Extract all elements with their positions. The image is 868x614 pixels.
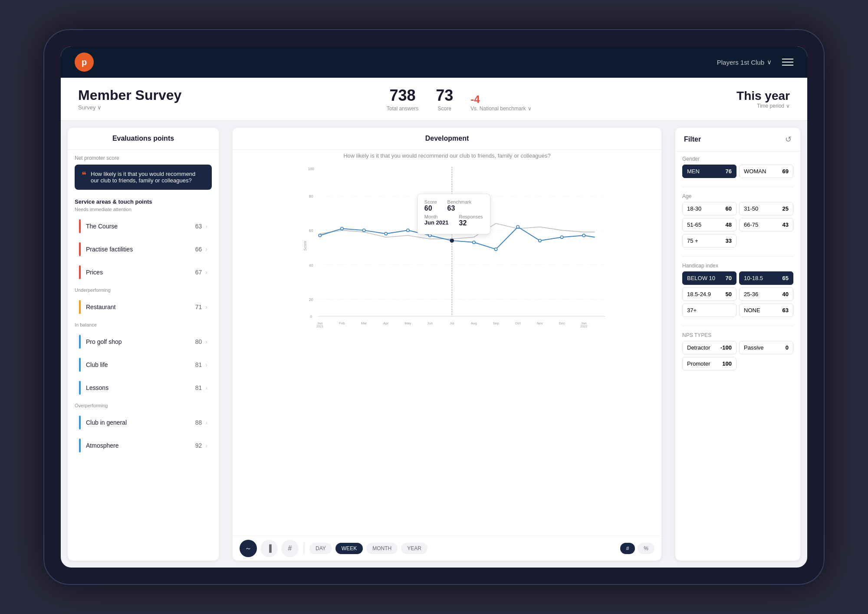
tooltip-score-val: 60 xyxy=(424,205,437,212)
survey-dropdown[interactable]: Survey ∨ xyxy=(78,104,181,111)
hash-button[interactable]: # xyxy=(620,543,635,554)
item-score: 67 xyxy=(195,269,202,276)
item-score: 81 xyxy=(195,361,202,368)
filter-below-10[interactable]: BELOW 10 70 xyxy=(682,271,736,285)
item-score: 92 xyxy=(195,442,202,449)
svg-text:60: 60 xyxy=(309,228,313,233)
filter-none[interactable]: NONE 63 xyxy=(739,304,793,317)
item-name: Club life xyxy=(86,361,195,368)
list-item[interactable]: Club in general 88 › xyxy=(75,412,212,433)
svg-text:Dec: Dec xyxy=(559,321,565,325)
svg-text:2022: 2022 xyxy=(580,325,587,328)
benchmark-value: -4 xyxy=(470,93,531,106)
svg-point-22 xyxy=(516,225,519,228)
hamburger-menu[interactable] xyxy=(782,59,793,66)
chart-panel: Development How likely is it that you wo… xyxy=(233,128,661,561)
nps-question-text: How likely is it that you would recommen… xyxy=(91,171,205,184)
svg-text:100: 100 xyxy=(308,167,314,171)
nps-types-section: NPS TYPES Detractor -100 Passive 0 xyxy=(675,328,800,377)
filter-25-36[interactable]: 25-36 40 xyxy=(739,287,793,301)
line-chart-button[interactable]: ～ xyxy=(240,540,257,557)
percent-button[interactable]: % xyxy=(638,543,654,554)
filter-37plus[interactable]: 37+ xyxy=(682,304,736,317)
filter-age-75plus[interactable]: 75 + 33 xyxy=(682,234,736,248)
svg-point-23 xyxy=(539,239,541,242)
nps-grid: Detractor -100 Passive 0 Promoter 100 xyxy=(682,341,793,370)
list-item[interactable]: Prices 67 › xyxy=(75,261,212,283)
filter-promoter[interactable]: Promoter 100 xyxy=(682,357,736,370)
tooltip-responses-label: Responses xyxy=(459,214,483,219)
filter-panel: Filter ↺ Gender MEN 76 WOMAN xyxy=(675,128,800,561)
left-panel-header: Evaluations points xyxy=(68,128,219,150)
filter-passive[interactable]: Passive 0 xyxy=(739,341,793,354)
reset-filter-button[interactable]: ↺ xyxy=(785,135,792,144)
app-header: p Players 1st Club ∨ xyxy=(61,46,807,78)
age-grid: 18-30 60 31-50 25 51-65 48 xyxy=(682,202,793,248)
chart-title: Development xyxy=(233,128,661,150)
benchmark-label[interactable]: Vs. National benchmark ∨ xyxy=(470,106,531,112)
nps-question-card[interactable]: ❝ How likely is it that you would recomm… xyxy=(75,165,212,190)
list-item[interactable]: Restaurant 71 › xyxy=(75,296,212,318)
year-button[interactable]: YEAR xyxy=(401,543,427,554)
filter-age-66-75[interactable]: 66-75 43 xyxy=(739,218,793,231)
left-panel: Evaluations points Net promoter score ❝ … xyxy=(68,128,219,561)
list-item[interactable]: The Course 63 › xyxy=(75,215,212,237)
svg-text:Jun: Jun xyxy=(427,321,433,325)
filter-age-51-65[interactable]: 51-65 48 xyxy=(682,218,736,231)
total-answers-block: 738 Total answers xyxy=(387,86,418,112)
item-name: Pro golf shop xyxy=(86,338,195,345)
handicap-section: Handicap index BELOW 10 70 10-18.5 65 xyxy=(675,258,800,324)
chevron-icon: › xyxy=(205,223,207,230)
list-item[interactable]: Practise factilities 66 › xyxy=(75,238,212,260)
item-score: 88 xyxy=(195,419,202,426)
item-score: 71 xyxy=(195,304,202,310)
gender-grid: MEN 76 WOMAN 69 xyxy=(682,165,793,178)
svg-text:Jan: Jan xyxy=(317,321,323,325)
item-score: 63 xyxy=(195,223,202,230)
handicap-label: Handicap index xyxy=(682,263,793,269)
svg-text:May: May xyxy=(404,321,411,325)
needs-attention-label: Needs immediate attention xyxy=(75,207,212,212)
tooltip-month-label: Month xyxy=(424,214,449,219)
chart-svg: 100 80 60 40 20 0 Score xyxy=(253,163,654,328)
svg-point-21 xyxy=(494,248,497,251)
list-item[interactable]: Club life 81 › xyxy=(75,354,212,376)
item-name: Lessons xyxy=(86,384,195,391)
svg-text:Aug: Aug xyxy=(471,321,477,325)
svg-text:0: 0 xyxy=(310,314,312,319)
item-name: Prices xyxy=(86,269,195,276)
filter-10-18[interactable]: 10-18.5 65 xyxy=(739,271,793,285)
list-item[interactable]: Atmosphere 92 › xyxy=(75,435,212,456)
service-title: Service areas & touch points xyxy=(75,198,212,205)
filter-age-31-50[interactable]: 31-50 25 xyxy=(739,202,793,215)
filter-woman[interactable]: WOMAN 69 xyxy=(739,165,793,178)
in-balance-label: In balance xyxy=(75,322,212,327)
logo[interactable]: p xyxy=(75,53,94,72)
svg-point-14 xyxy=(341,227,343,230)
filter-age-18-30[interactable]: 18-30 60 xyxy=(682,202,736,215)
item-name: Restaurant xyxy=(86,304,195,310)
indicator-red xyxy=(79,265,81,279)
filter-detractor[interactable]: Detractor -100 xyxy=(682,341,736,354)
list-item[interactable]: Pro golf shop 80 › xyxy=(75,331,212,353)
month-button[interactable]: MONTH xyxy=(366,543,398,554)
item-score: 66 xyxy=(195,246,202,253)
tooltip-responses-val: 32 xyxy=(459,219,483,227)
list-item[interactable]: Lessons 81 › xyxy=(75,377,212,399)
benchmark-block: -4 Vs. National benchmark ∨ xyxy=(470,93,531,112)
period-label[interactable]: Time period ∨ xyxy=(736,103,790,109)
day-button[interactable]: DAY xyxy=(309,543,332,554)
filter-men[interactable]: MEN 76 xyxy=(682,165,736,178)
chevron-icon: › xyxy=(205,304,207,310)
bar-chart-button[interactable]: ▐ xyxy=(260,540,278,557)
period-value: This year xyxy=(736,89,790,103)
filter-18-24[interactable]: 18.5-24.9 50 xyxy=(682,287,736,301)
svg-text:80: 80 xyxy=(309,194,313,198)
grid-chart-button[interactable]: # xyxy=(281,540,299,557)
score-block: 73 Score xyxy=(436,86,453,112)
gender-section: Gender MEN 76 WOMAN 69 xyxy=(675,152,800,185)
svg-text:Mar: Mar xyxy=(361,321,367,325)
week-button[interactable]: WEEK xyxy=(335,543,363,554)
club-selector[interactable]: Players 1st Club ∨ xyxy=(717,58,772,66)
chart-subtitle: How likely is it that you would recommen… xyxy=(233,150,661,159)
